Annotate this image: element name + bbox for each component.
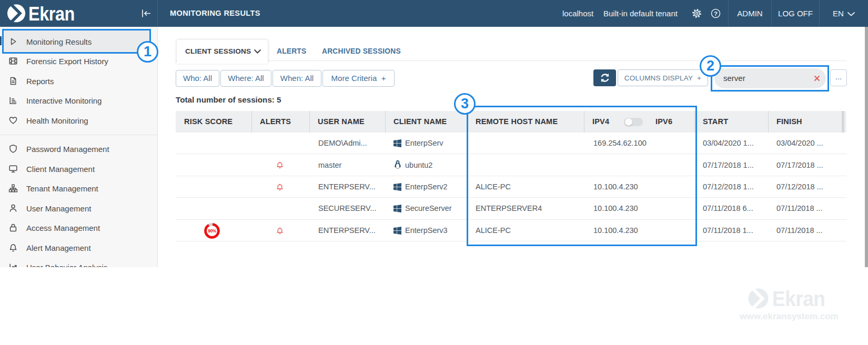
svg-text:?: ? [714,11,718,17]
svg-text:90%: 90% [208,228,216,234]
